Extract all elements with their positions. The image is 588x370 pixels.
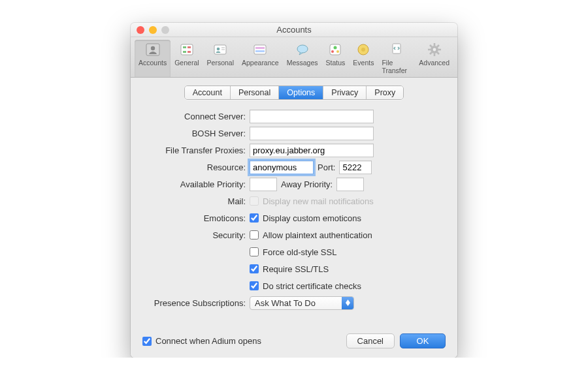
id-card-icon xyxy=(212,42,228,57)
toolbar: Accounts General Personal Appearance Mes… xyxy=(131,37,457,78)
connect-server-label: Connect Server: xyxy=(142,112,250,121)
file-transfer-proxies-input[interactable] xyxy=(250,144,374,157)
toolbar-advanced[interactable]: Advanced xyxy=(415,40,453,77)
strict-cert-text: Do strict certificate checks xyxy=(263,281,361,291)
allow-plaintext-text: Allow plaintext authentication xyxy=(263,230,372,240)
resource-label: Resource: xyxy=(142,162,250,172)
svg-point-8 xyxy=(217,48,220,51)
toolbar-label: Appearance xyxy=(242,59,279,67)
tab-proxy[interactable]: Proxy xyxy=(367,86,403,99)
toolbar-label: Events xyxy=(353,59,374,67)
emoticons-label: Emoticons: xyxy=(142,213,250,223)
tab-privacy[interactable]: Privacy xyxy=(323,86,367,99)
allow-plaintext-checkbox[interactable] xyxy=(250,230,259,239)
connect-server-input[interactable] xyxy=(250,110,374,123)
speech-bubble-icon xyxy=(295,42,310,57)
window-title: Accounts xyxy=(131,25,457,35)
file-arrows-icon xyxy=(389,42,404,57)
svg-point-14 xyxy=(297,45,308,53)
options-form: Connect Server: BOSH Server: File Transf… xyxy=(142,109,446,310)
svg-point-23 xyxy=(433,48,436,52)
svg-rect-3 xyxy=(183,46,186,48)
tab-account[interactable]: Account xyxy=(185,86,231,99)
available-priority-label: Available Priority: xyxy=(142,179,250,189)
footer: Connect when Adium opens Cancel OK xyxy=(142,333,446,348)
force-old-ssl-text: Force old-style SSL xyxy=(263,247,336,257)
svg-rect-11 xyxy=(254,45,266,54)
svg-line-31 xyxy=(437,45,439,47)
tab-personal[interactable]: Personal xyxy=(231,86,279,99)
toolbar-personal[interactable]: Personal xyxy=(203,40,238,77)
mail-notifications-text: Display new mail notifications xyxy=(263,196,374,206)
preferences-window: Accounts Accounts General Personal Appea… xyxy=(131,23,457,358)
connect-on-open-checkbox[interactable] xyxy=(142,337,152,346)
toolbar-label: Messages xyxy=(287,59,318,67)
bosh-server-label: BOSH Server: xyxy=(142,129,250,138)
toolbar-file-transfer[interactable]: File Transfer xyxy=(378,40,415,77)
bosh-server-input[interactable] xyxy=(250,127,374,140)
svg-point-17 xyxy=(331,50,334,53)
presence-subscriptions-label: Presence Subscriptions: xyxy=(142,298,250,308)
svg-rect-6 xyxy=(188,51,191,53)
toolbar-events[interactable]: Events xyxy=(349,40,378,77)
toolbar-accounts[interactable]: Accounts xyxy=(135,40,171,77)
port-label: Port: xyxy=(318,162,335,172)
svg-point-18 xyxy=(336,50,339,53)
toolbar-label: Advanced xyxy=(419,59,449,67)
require-ssl-checkbox[interactable] xyxy=(250,264,259,273)
resource-input[interactable] xyxy=(250,161,314,174)
toolbar-appearance[interactable]: Appearance xyxy=(238,40,283,77)
svg-line-30 xyxy=(430,52,432,54)
svg-rect-5 xyxy=(183,51,186,53)
toolbar-label: File Transfer xyxy=(382,59,411,74)
svg-rect-13 xyxy=(255,50,265,52)
switches-icon xyxy=(179,42,195,57)
away-priority-input[interactable] xyxy=(336,177,364,191)
select-arrows-icon xyxy=(342,297,353,309)
ok-button[interactable]: OK xyxy=(400,333,446,348)
tab-strip: Account Personal Options Privacy Proxy xyxy=(142,85,446,100)
content-pane: Account Personal Options Privacy Proxy C… xyxy=(131,78,457,358)
svg-point-1 xyxy=(150,46,154,50)
tab-options[interactable]: Options xyxy=(279,86,323,99)
titlebar[interactable]: Accounts xyxy=(131,23,457,37)
toolbar-label: Status xyxy=(326,59,346,67)
require-ssl-text: Require SSL/TLS xyxy=(263,264,329,274)
toolbar-general[interactable]: General xyxy=(171,40,203,77)
custom-emoticons-text: Display custom emoticons xyxy=(263,213,361,223)
bell-icon xyxy=(355,42,371,57)
svg-line-28 xyxy=(430,45,432,47)
toolbar-messages[interactable]: Messages xyxy=(283,40,322,77)
strict-cert-checkbox[interactable] xyxy=(250,281,259,290)
presence-subscriptions-select[interactable]: Ask What To Do xyxy=(250,296,354,310)
port-input[interactable] xyxy=(339,161,372,174)
presence-subscriptions-value: Ask What To Do xyxy=(255,298,316,308)
color-swatches-icon xyxy=(252,42,268,57)
svg-rect-4 xyxy=(188,46,191,48)
svg-line-29 xyxy=(437,52,439,54)
toolbar-label: Accounts xyxy=(139,59,167,67)
mail-notifications-checkbox xyxy=(250,196,259,206)
svg-rect-2 xyxy=(181,44,193,55)
cancel-button[interactable]: Cancel xyxy=(346,333,395,348)
person-silhouette-icon xyxy=(145,42,161,57)
connect-on-open-text: Connect when Adium opens xyxy=(155,336,261,346)
custom-emoticons-checkbox[interactable] xyxy=(250,213,259,223)
security-label: Security: xyxy=(142,230,250,240)
force-old-ssl-checkbox[interactable] xyxy=(250,247,259,256)
svg-rect-15 xyxy=(330,44,340,55)
gear-icon xyxy=(427,42,442,57)
toolbar-status[interactable]: Status xyxy=(322,40,350,77)
away-priority-label: Away Priority: xyxy=(281,179,333,189)
status-indicator-icon xyxy=(327,42,343,57)
svg-point-16 xyxy=(334,46,337,50)
svg-rect-12 xyxy=(255,47,265,49)
toolbar-label: Personal xyxy=(207,59,234,67)
mail-label: Mail: xyxy=(142,196,250,206)
svg-point-20 xyxy=(361,48,365,52)
file-transfer-proxies-label: File Transfer Proxies: xyxy=(142,146,250,155)
available-priority-input[interactable] xyxy=(250,177,277,191)
toolbar-label: General xyxy=(174,59,199,67)
